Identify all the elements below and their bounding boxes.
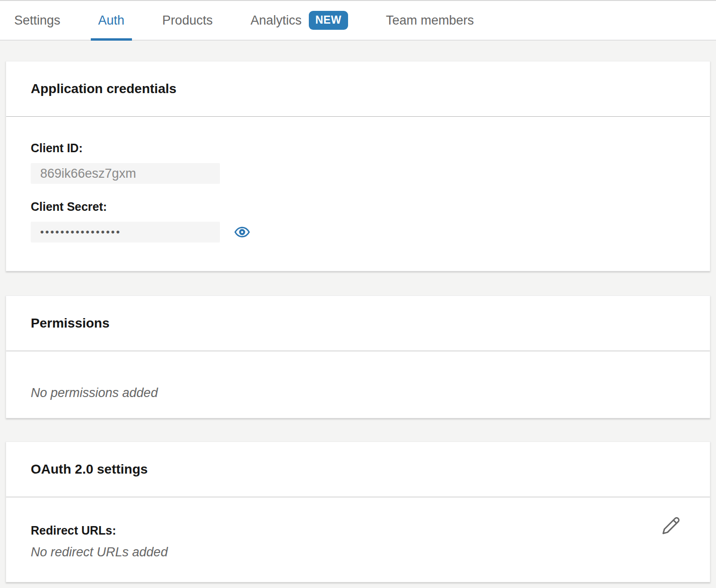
new-badge: NEW xyxy=(309,11,348,30)
permissions-header: Permissions xyxy=(6,296,710,351)
oauth-settings-body: Redirect URLs: No redirect URLs added xyxy=(6,497,710,560)
tab-settings-label: Settings xyxy=(14,13,61,28)
pencil-icon xyxy=(662,516,681,535)
oauth-settings-title: OAuth 2.0 settings xyxy=(31,462,148,477)
auth-page: Application credentials Client ID: Clien… xyxy=(0,61,716,582)
client-secret-row xyxy=(31,222,685,242)
tab-team-members[interactable]: Team members xyxy=(378,1,481,40)
permissions-title: Permissions xyxy=(31,316,110,331)
client-secret-label: Client Secret: xyxy=(31,199,685,214)
tab-analytics[interactable]: Analytics NEW xyxy=(243,1,356,40)
client-secret-field[interactable] xyxy=(31,222,220,242)
oauth-settings-card: OAuth 2.0 settings Redirect URLs: No red… xyxy=(6,441,710,582)
oauth-settings-header: OAuth 2.0 settings xyxy=(6,442,710,497)
application-credentials-title: Application credentials xyxy=(31,81,176,96)
redirect-urls-label: Redirect URLs: xyxy=(31,523,168,538)
client-id-field[interactable] xyxy=(31,163,220,184)
permissions-body: No permissions added xyxy=(6,351,710,400)
edit-redirect-urls-button[interactable] xyxy=(662,516,681,535)
reveal-secret-button[interactable] xyxy=(234,224,250,240)
application-credentials-body: Client ID: Client Secret: xyxy=(6,117,710,242)
eye-icon xyxy=(234,224,250,240)
tab-products-label: Products xyxy=(162,13,213,28)
redirect-urls-empty-text: No redirect URLs added xyxy=(31,545,168,560)
tab-products[interactable]: Products xyxy=(155,1,220,40)
permissions-card: Permissions No permissions added xyxy=(6,295,710,418)
tab-bar: Settings Auth Products Analytics NEW Tea… xyxy=(0,0,716,41)
tab-settings[interactable]: Settings xyxy=(7,1,68,40)
permissions-empty-text: No permissions added xyxy=(31,385,685,400)
tab-analytics-label: Analytics xyxy=(251,13,302,28)
client-id-label: Client ID: xyxy=(31,140,685,156)
application-credentials-header: Application credentials xyxy=(6,61,710,117)
tab-team-members-label: Team members xyxy=(386,13,474,28)
tab-auth[interactable]: Auth xyxy=(91,1,132,40)
redirect-urls-block: Redirect URLs: No redirect URLs added xyxy=(31,516,168,560)
application-credentials-card: Application credentials Client ID: Clien… xyxy=(6,61,710,271)
tab-auth-label: Auth xyxy=(98,13,125,28)
